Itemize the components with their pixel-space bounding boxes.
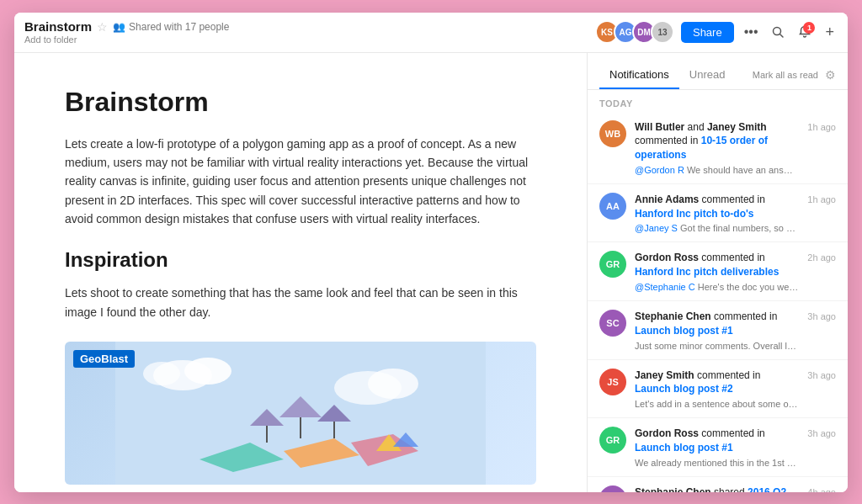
notif-main-text: Gordon Ross commented in Hanford Inc pit…: [635, 251, 799, 279]
doc-title: Brainstorm: [24, 19, 92, 34]
notif-sub-text: Just some minor comments. Overall looks …: [635, 341, 799, 351]
notification-panel: Notifications Unread Mark all as read ⚙ …: [587, 53, 848, 492]
notif-main-text: Stephanie Chen shared 2016 Q2 goals wrap…: [635, 485, 799, 492]
avatar: GR: [599, 251, 626, 278]
shared-label: Shared with 17 people: [129, 21, 229, 33]
star-icon[interactable]: ☆: [97, 20, 108, 34]
notif-main-text: Annie Adams commented in Hanford Inc pit…: [635, 193, 799, 221]
notif-content: Janey Smith commented in Launch blog pos…: [635, 369, 799, 410]
notifications-button[interactable]: 1: [795, 22, 815, 42]
avatar: SC: [599, 310, 626, 337]
inspiration-heading: Inspiration: [65, 248, 536, 272]
avatar: WB: [599, 120, 626, 147]
topbar-left: Brainstorm ☆ 👥 Shared with 17 people Add…: [24, 19, 595, 45]
list-item[interactable]: SC Stephanie Chen shared 2016 Q2 goals w…: [588, 477, 848, 492]
mark-all-read[interactable]: Mark all as read: [753, 70, 818, 80]
notif-content: Will Butler and Janey Smith commented in…: [635, 120, 799, 175]
list-item[interactable]: JS Janey Smith commented in Launch blog …: [588, 360, 848, 419]
notif-sub-text: @Gordon R We should have an answer on th…: [635, 165, 799, 175]
notif-tabs-row: Notifications Unread Mark all as read ⚙: [599, 61, 836, 89]
svg-point-5: [143, 362, 180, 385]
doc-heading: Brainstorm: [65, 87, 536, 118]
notif-time: 3h ago: [807, 427, 836, 468]
notif-content: Gordon Ross commented in Launch blog pos…: [635, 427, 799, 468]
list-item[interactable]: GR Gordon Ross commented in Hanford Inc …: [588, 242, 848, 301]
notif-time: 1h ago: [807, 120, 836, 175]
list-item[interactable]: GR Gordon Ross commented in Launch blog …: [588, 418, 848, 477]
svg-point-4: [184, 358, 231, 385]
notif-sub-text: Let's add in a sentence about some of th…: [635, 399, 799, 409]
add-folder-link[interactable]: Add to folder: [24, 34, 595, 45]
gear-icon[interactable]: ⚙: [825, 68, 836, 82]
share-button[interactable]: Share: [681, 22, 734, 43]
notif-header-right: Mark all as read ⚙: [753, 68, 836, 82]
svg-line-1: [780, 34, 784, 38]
doc-image: GeoBlast: [65, 342, 536, 485]
people-icon: 👥: [113, 21, 125, 33]
notif-main-text: Stephanie Chen commented in Launch blog …: [635, 310, 799, 338]
tab-unread[interactable]: Unread: [679, 61, 736, 89]
main-area: Brainstorm Lets create a low-fi prototyp…: [14, 53, 848, 492]
notif-time: 3h ago: [807, 310, 836, 351]
notif-sub-text: We already mentioned this in the 1st par…: [635, 458, 799, 468]
notif-main-text: Janey Smith commented in Launch blog pos…: [635, 369, 799, 397]
notification-list: TODAY WB Will Butler and Janey Smith com…: [588, 90, 848, 492]
list-item[interactable]: SC Stephanie Chen commented in Launch bl…: [588, 301, 848, 360]
more-options-button[interactable]: •••: [741, 21, 762, 43]
list-item[interactable]: WB Will Butler and Janey Smith commented…: [588, 112, 848, 184]
notif-header: Notifications Unread Mark all as read ⚙: [588, 53, 848, 90]
notif-main-text: Gordon Ross commented in Launch blog pos…: [635, 427, 799, 455]
notif-time: 4h ago: [807, 485, 836, 492]
doc-paragraph-1: Lets create a low-fi prototype of a poly…: [65, 135, 536, 229]
notif-sub-text: @Stephanie C Here's the doc you were loo…: [635, 282, 799, 292]
add-button[interactable]: +: [822, 20, 838, 45]
notif-time: 2h ago: [807, 251, 836, 292]
doc-paragraph-2: Lets shoot to create something that has …: [65, 284, 536, 321]
document-area: Brainstorm Lets create a low-fi prototyp…: [14, 53, 587, 492]
avatar: AA: [599, 193, 626, 220]
topbar: Brainstorm ☆ 👥 Shared with 17 people Add…: [14, 13, 848, 53]
avatar: JS: [599, 369, 626, 395]
avatar: GR: [599, 427, 626, 454]
svg-point-7: [368, 369, 418, 399]
topbar-right: KS AG DM 13 Share ••• 1 +: [595, 20, 838, 45]
notif-content: Annie Adams commented in Hanford Inc pit…: [635, 193, 799, 234]
tab-notifications[interactable]: Notifications: [599, 61, 679, 89]
app-window: Brainstorm ☆ 👥 Shared with 17 people Add…: [14, 13, 848, 492]
notif-time: 3h ago: [807, 369, 836, 410]
title-row: Brainstorm ☆ 👥 Shared with 17 people: [24, 19, 595, 34]
notif-time: 1h ago: [807, 193, 836, 234]
notif-content: Stephanie Chen commented in Launch blog …: [635, 310, 799, 351]
notif-content: Stephanie Chen shared 2016 Q2 goals wrap…: [635, 485, 799, 492]
today-label: TODAY: [588, 90, 848, 112]
notification-badge: 1: [803, 22, 815, 34]
avatar-count: 13: [651, 20, 674, 44]
shared-info: 👥 Shared with 17 people: [113, 21, 229, 33]
notif-content: Gordon Ross commented in Hanford Inc pit…: [635, 251, 799, 292]
search-button[interactable]: [768, 22, 788, 42]
notif-sub-text: @Janey S Got the final numbers, so we're…: [635, 223, 799, 233]
avatars-group: KS AG DM 13: [595, 20, 674, 44]
illustration-svg: [65, 342, 536, 485]
avatar: SC: [599, 485, 626, 492]
notif-main-text: Will Butler and Janey Smith commented in…: [635, 120, 799, 162]
list-item[interactable]: AA Annie Adams commented in Hanford Inc …: [588, 184, 848, 243]
geoblast-badge: GeoBlast: [73, 350, 135, 368]
